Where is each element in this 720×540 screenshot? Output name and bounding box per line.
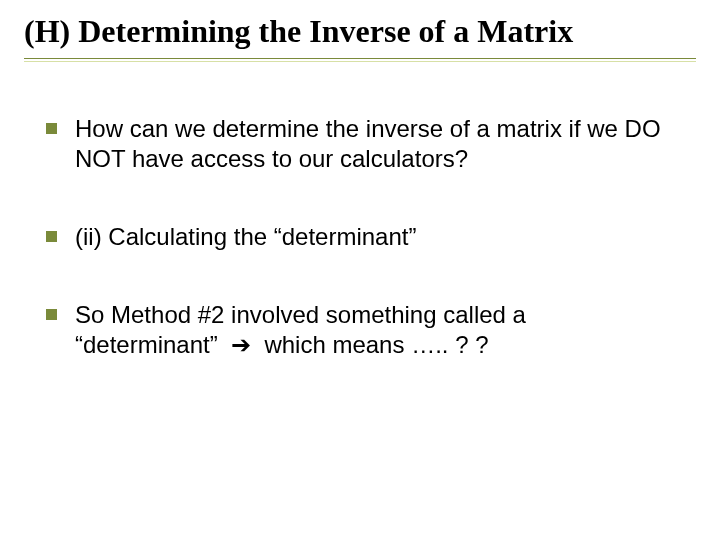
- slide: (H) Determining the Inverse of a Matrix …: [0, 0, 720, 540]
- square-bullet-icon: [46, 231, 57, 242]
- square-bullet-icon: [46, 123, 57, 134]
- bullet-text: How can we determine the inverse of a ma…: [75, 114, 674, 174]
- bullet-text: So Method #2 involved something called a…: [75, 300, 674, 360]
- bullet-text: (ii) Calculating the “determinant”: [75, 222, 416, 252]
- slide-title: (H) Determining the Inverse of a Matrix: [24, 12, 696, 56]
- square-bullet-icon: [46, 309, 57, 320]
- title-area: (H) Determining the Inverse of a Matrix: [0, 0, 720, 62]
- list-item: So Method #2 involved something called a…: [46, 300, 674, 360]
- slide-body: How can we determine the inverse of a ma…: [0, 62, 720, 360]
- title-underline-dark: [24, 58, 696, 59]
- list-item: How can we determine the inverse of a ma…: [46, 114, 674, 174]
- list-item: (ii) Calculating the “determinant”: [46, 222, 674, 252]
